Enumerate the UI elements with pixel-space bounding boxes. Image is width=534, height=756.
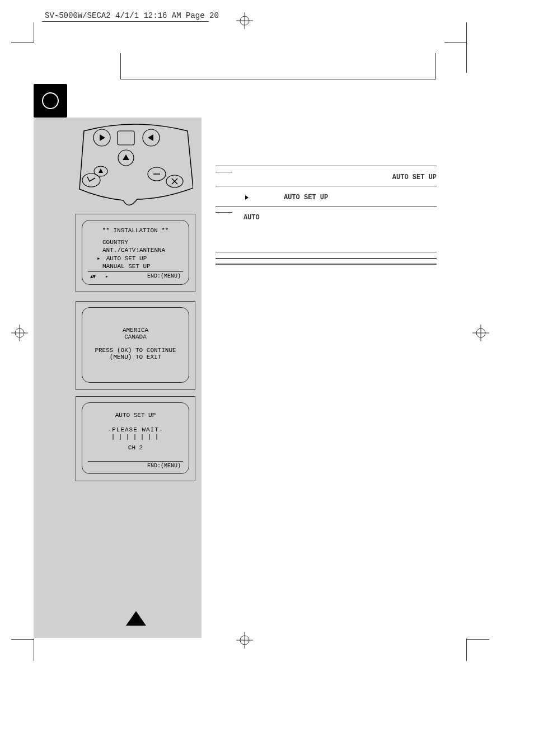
- wait-text: -PLEASE WAIT-: [82, 426, 189, 433]
- menu-item: ▸AUTO SET UP: [102, 255, 189, 262]
- nav-hint: ▲▼ ▸: [90, 273, 109, 280]
- screen-illustration-3: AUTO SET UP -PLEASE WAIT- CH 2 END:(MENU…: [76, 396, 195, 481]
- registration-mark: [236, 632, 253, 649]
- country-option: AMERICA: [82, 327, 189, 334]
- screen-illustration-2: AMERICA CANADA PRESS (OK) TO CONTINUE (M…: [76, 301, 195, 390]
- end-hint: END:(MENU): [147, 463, 181, 469]
- crop-mark: [444, 42, 467, 43]
- crop-mark: [34, 638, 34, 661]
- screen-title: ** INSTALLATION **: [82, 227, 189, 234]
- instruction-text: PRESS (OK) TO CONTINUE: [82, 347, 189, 354]
- separator: [216, 252, 437, 252]
- right-triangle-icon: [245, 195, 249, 200]
- badge-circle-icon: [42, 92, 59, 109]
- separator-thick: [216, 264, 437, 265]
- registration-mark: [472, 325, 489, 341]
- label-auto-set-up: AUTO SET UP: [392, 173, 437, 181]
- separator: [216, 166, 437, 166]
- up-triangle-icon: [126, 611, 146, 626]
- screen-title: AUTO SET UP: [82, 412, 189, 419]
- remote-illustration: [78, 121, 193, 209]
- separator-thick: [216, 258, 437, 259]
- header-underline: [42, 21, 209, 22]
- menu-item: MANUAL SET UP: [102, 262, 189, 270]
- svg-rect-12: [118, 131, 134, 145]
- screen-illustration-1: ** INSTALLATION ** COUNTRY ANT./CATV:ANT…: [76, 214, 195, 292]
- country-option: CANADA: [82, 334, 189, 340]
- channel-text: CH 2: [82, 444, 189, 451]
- separator: [216, 186, 437, 186]
- menu-item: COUNTRY: [102, 238, 189, 246]
- label-auto-set-up: AUTO SET UP: [284, 194, 328, 201]
- print-header: SV-5000W/SECA2 4/1/1 12:16 AM Page 20: [45, 11, 219, 20]
- label-auto: AUTO: [243, 214, 260, 222]
- end-hint: END:(MENU): [147, 273, 181, 280]
- right-column: AUTO SET UP AUTO SET UP AUTO: [216, 118, 437, 266]
- title-box: [120, 53, 436, 79]
- crop-mark: [34, 22, 34, 43]
- progress-ticks-icon: [110, 433, 161, 441]
- gray-sidebar: ** INSTALLATION ** COUNTRY ANT./CATV:ANT…: [34, 118, 202, 638]
- crop-mark: [11, 42, 34, 43]
- registration-mark: [11, 325, 28, 341]
- registration-mark: [236, 12, 253, 29]
- crop-mark: [466, 638, 467, 661]
- crop-mark: [11, 639, 34, 640]
- instruction-text: (MENU) TO EXIT: [82, 354, 189, 360]
- menu-item: ANT./CATV:ANTENNA: [102, 246, 189, 254]
- crop-mark: [466, 22, 467, 73]
- section-badge: [34, 84, 67, 118]
- crop-mark: [467, 639, 489, 640]
- separator: [216, 206, 437, 206]
